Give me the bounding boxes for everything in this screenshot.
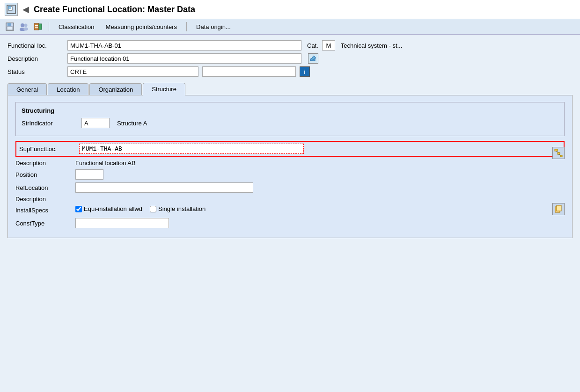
tab-panel-structure: Structuring StrIndicator Structure A Sup… bbox=[7, 95, 573, 238]
functional-loc-label: Functional loc. bbox=[7, 42, 64, 49]
status-row: Status i bbox=[7, 66, 573, 77]
structure-hierarchy-icon[interactable] bbox=[552, 147, 565, 159]
status-info-icon[interactable]: i bbox=[300, 66, 310, 77]
sup-funct-loc-label: SupFunctLoc. bbox=[19, 145, 75, 152]
save-icon[interactable] bbox=[5, 22, 15, 32]
header-form: Functional loc. Cat. Technical system - … bbox=[7, 40, 573, 77]
desc-row: Description Functional location AB bbox=[15, 160, 565, 167]
svg-rect-4 bbox=[7, 23, 11, 26]
const-type-label: ConstType bbox=[15, 220, 72, 227]
functional-loc-input[interactable] bbox=[67, 40, 301, 51]
structure-a-label: Structure A bbox=[117, 120, 147, 127]
toolbar-divider-1 bbox=[49, 22, 49, 31]
svg-point-6 bbox=[21, 23, 24, 27]
technical-system-label: Technical system - st... bbox=[341, 42, 402, 49]
svg-rect-5 bbox=[7, 27, 13, 30]
edit-description-icon[interactable] bbox=[308, 53, 318, 64]
status-label: Status bbox=[7, 68, 64, 75]
tab-general[interactable]: General bbox=[7, 83, 47, 95]
svg-rect-11 bbox=[35, 25, 38, 26]
position-row: Position bbox=[15, 169, 565, 180]
svg-point-9 bbox=[23, 28, 28, 31]
title-bar: ◀ Create Functional Location: Master Dat… bbox=[0, 0, 580, 19]
svg-rect-12 bbox=[35, 27, 38, 28]
copy-paste-icon[interactable] bbox=[552, 203, 565, 215]
svg-rect-22 bbox=[557, 205, 561, 211]
position-input[interactable] bbox=[75, 169, 103, 180]
measuring-points-btn[interactable]: Measuring points/counters bbox=[102, 22, 181, 31]
ref-location-input[interactable] bbox=[75, 182, 253, 193]
ref-location-row: RefLocation bbox=[15, 182, 565, 193]
app-icon bbox=[5, 3, 18, 16]
equi-install-item: Equi-installation allwd bbox=[75, 205, 142, 212]
const-type-input[interactable] bbox=[75, 218, 169, 228]
status-input[interactable] bbox=[67, 66, 198, 77]
equi-install-checkbox[interactable] bbox=[75, 206, 82, 212]
tab-location[interactable]: Location bbox=[48, 83, 88, 95]
svg-rect-17 bbox=[558, 152, 560, 154]
checkbox-row: Equi-installation allwd Single installat… bbox=[75, 205, 206, 212]
tab-structure[interactable]: Structure bbox=[143, 83, 185, 95]
desc-value: Functional location AB bbox=[75, 160, 136, 167]
functional-loc-row: Functional loc. Cat. Technical system - … bbox=[7, 40, 573, 51]
status-extra-input[interactable] bbox=[202, 66, 296, 77]
desc-label: Description bbox=[15, 160, 72, 167]
svg-rect-2 bbox=[8, 6, 11, 9]
sup-funct-loc-row: SupFunctLoc. bbox=[15, 141, 565, 157]
str-indicator-input[interactable] bbox=[81, 118, 110, 128]
structuring-title: Structuring bbox=[22, 107, 558, 114]
cat-label: Cat. bbox=[307, 42, 318, 49]
position-label: Position bbox=[15, 171, 72, 178]
data-origin-btn[interactable]: Data origin... bbox=[192, 22, 235, 31]
equi-install-label: Equi-installation allwd bbox=[84, 205, 142, 212]
svg-rect-18 bbox=[560, 155, 562, 157]
page-title: Create Functional Location: Master Data bbox=[34, 5, 195, 15]
single-install-item: Single installation bbox=[150, 205, 206, 212]
divider-arrow: ◀ bbox=[22, 4, 29, 15]
ref-desc-row: Description bbox=[15, 196, 565, 203]
single-install-label: Single installation bbox=[158, 205, 206, 212]
tabs-container: General Location Organization Structure bbox=[7, 82, 573, 95]
sup-funct-loc-input[interactable] bbox=[79, 144, 304, 154]
classification-btn[interactable]: Classification bbox=[55, 22, 98, 31]
svg-point-7 bbox=[24, 24, 28, 27]
svg-rect-13 bbox=[39, 24, 42, 29]
tab-organization[interactable]: Organization bbox=[89, 83, 142, 95]
str-indicator-label: StrIndicator bbox=[22, 120, 78, 127]
description-row: Description bbox=[7, 53, 573, 64]
svg-rect-16 bbox=[555, 149, 558, 151]
toolbar: Classification Measuring points/counters… bbox=[0, 19, 580, 35]
toolbar-divider-2 bbox=[186, 22, 187, 31]
single-install-checkbox[interactable] bbox=[150, 206, 156, 212]
ref-desc-label: Description bbox=[15, 196, 72, 203]
structuring-section: Structuring StrIndicator Structure A bbox=[15, 102, 565, 136]
tag-icon[interactable] bbox=[33, 22, 43, 32]
str-indicator-row: StrIndicator Structure A bbox=[22, 118, 558, 128]
main-content: Functional loc. Cat. Technical system - … bbox=[0, 35, 580, 244]
install-specs-label: InstallSpecs bbox=[15, 207, 72, 214]
description-label: Description bbox=[7, 55, 64, 62]
users-icon[interactable] bbox=[19, 22, 29, 32]
description-input[interactable] bbox=[67, 53, 301, 64]
ref-location-label: RefLocation bbox=[15, 184, 72, 191]
const-type-row: ConstType bbox=[15, 218, 565, 228]
install-specs-row: InstallSpecs Equi-installation allwd Sin… bbox=[15, 205, 565, 215]
cat-input[interactable] bbox=[322, 40, 335, 51]
